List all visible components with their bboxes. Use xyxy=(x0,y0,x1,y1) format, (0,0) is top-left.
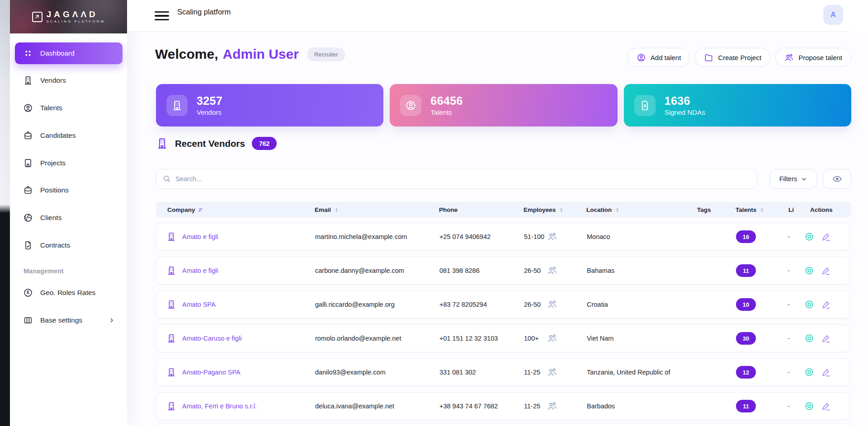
dashboard-grid-icon xyxy=(23,48,33,58)
column-header-company[interactable]: Company xyxy=(167,202,204,217)
edit-action-icon[interactable] xyxy=(821,367,831,377)
top-bar: Scaling platform A xyxy=(127,0,868,32)
column-header-phone: Phone xyxy=(439,202,458,217)
linkedin-cell: - xyxy=(788,301,790,308)
view-action-icon[interactable] xyxy=(804,300,814,309)
svg-text:€: € xyxy=(27,290,29,295)
table-row[interactable]: Amato-Caruso e figli romolo.orlando@exam… xyxy=(156,324,850,352)
employees-cell: 51-100 xyxy=(524,233,544,240)
email-cell: danilo93@example.com xyxy=(315,369,386,376)
table-row[interactable]: Amato, Ferri e Bruno s.r.l. deluca.ivana… xyxy=(156,392,850,420)
sidebar-item-contracts[interactable]: Contracts xyxy=(15,234,123,256)
button-label: Create Project xyxy=(718,54,761,61)
create-project-button[interactable]: Create Project xyxy=(695,48,770,67)
company-link[interactable]: Amato e figli xyxy=(182,233,218,240)
eye-icon xyxy=(832,174,842,184)
logo-subtitle: SCALING PLATFORM xyxy=(47,19,105,23)
sidebar-item-label: Dashboard xyxy=(40,49,75,57)
building-icon xyxy=(166,367,176,377)
briefcase-icon xyxy=(23,131,33,140)
stat-label: Talents xyxy=(430,108,463,116)
column-label: Actions xyxy=(810,206,833,213)
table-row[interactable]: Amato e figli martino.michela@example.co… xyxy=(156,223,850,251)
company-link[interactable]: Amato-Caruso e figli xyxy=(182,335,241,342)
column-header-location[interactable]: Location xyxy=(586,202,620,217)
search-bar xyxy=(156,169,757,189)
sidebar-item-talents[interactable]: Talents xyxy=(15,97,123,119)
sidebar-item-label: Projects xyxy=(40,159,66,167)
location-cell: Bahamas xyxy=(587,267,614,274)
building-icon xyxy=(166,300,176,309)
view-action-icon[interactable] xyxy=(804,367,814,377)
table-row[interactable]: Amato e figli carbone.danny@example.com … xyxy=(156,257,850,285)
edit-action-icon[interactable] xyxy=(821,401,831,411)
building-icon xyxy=(166,401,176,411)
sort-icon xyxy=(334,207,340,213)
column-label: Email xyxy=(315,206,331,213)
column-label: Talents xyxy=(736,206,756,213)
sidebar-item-label: Clients xyxy=(40,214,61,222)
column-visibility-button[interactable] xyxy=(823,169,851,189)
sidebar-item-label: Candidates xyxy=(40,131,75,140)
app-window: JAGΛΛD SCALING PLATFORM Dashboard Vendor… xyxy=(0,0,868,426)
view-action-icon[interactable] xyxy=(804,266,814,276)
phone-cell: +25 074 9406942 xyxy=(439,233,491,240)
linkedin-cell: - xyxy=(788,335,790,342)
column-header-li: Li xyxy=(788,202,794,217)
table-row[interactable]: Amato SPA galli.riccardo@example.org +83… xyxy=(156,290,850,318)
propose-talent-button[interactable]: Propose talent xyxy=(775,48,851,67)
sidebar-item-vendors[interactable]: Vendors xyxy=(15,70,123,91)
menu-toggle-icon[interactable] xyxy=(155,11,169,20)
welcome-greeting: Welcome, xyxy=(155,47,218,62)
table-row[interactable]: Amato-Pagano SPA danilo93@example.com 33… xyxy=(156,358,850,386)
document-icon xyxy=(634,95,656,116)
sidebar-item-dashboard[interactable]: Dashboard xyxy=(15,42,123,64)
stat-value: 66456 xyxy=(430,94,463,108)
sort-icon xyxy=(558,207,564,213)
sidebar-item-geo-roles-rates[interactable]: € Geo. Roles Rates xyxy=(15,282,123,304)
users-icon xyxy=(547,401,557,412)
phone-cell: +01 151 12 32 3103 xyxy=(439,335,498,342)
view-action-icon[interactable] xyxy=(804,401,814,411)
view-action-icon[interactable] xyxy=(804,333,814,343)
section-title: Recent Vendors xyxy=(175,138,245,149)
building-icon xyxy=(166,333,176,343)
talents-count-badge: 16 xyxy=(736,230,756,243)
sidebar-item-projects[interactable]: Projects xyxy=(15,152,123,174)
sort-icon xyxy=(759,207,765,213)
column-label: Employees xyxy=(524,206,556,213)
column-label: Company xyxy=(167,206,195,213)
sidebar-item-clients[interactable]: Clients xyxy=(15,207,123,229)
edit-action-icon[interactable] xyxy=(821,300,831,309)
edit-action-icon[interactable] xyxy=(821,266,831,276)
header-divider xyxy=(127,31,851,32)
company-link[interactable]: Amato, Ferri e Bruno s.r.l. xyxy=(182,403,257,410)
column-header-talents[interactable]: Talents xyxy=(736,202,765,217)
edit-action-icon[interactable] xyxy=(821,232,831,242)
add-talent-button[interactable]: Add talent xyxy=(627,48,690,67)
sidebar-item-base-settings[interactable]: Base settings xyxy=(15,309,123,331)
sidebar-item-positions[interactable]: Positions xyxy=(15,179,123,201)
company-link[interactable]: Amato e figli xyxy=(182,267,218,274)
sidebar-item-candidates[interactable]: Candidates xyxy=(15,125,123,146)
user-avatar[interactable]: A xyxy=(823,5,843,25)
email-cell: romolo.orlando@example.net xyxy=(315,335,401,342)
column-header-employees[interactable]: Employees xyxy=(524,202,564,217)
company-link[interactable]: Amato-Pagano SPA xyxy=(182,369,241,376)
location-cell: Tanzania, United Republic of xyxy=(587,369,670,376)
stat-label: Signed NDAs xyxy=(665,108,705,116)
talents-count-badge: 11 xyxy=(736,400,756,412)
view-action-icon[interactable] xyxy=(804,232,814,242)
filters-button[interactable]: Filters xyxy=(770,169,817,189)
location-cell: Barbados xyxy=(587,403,615,410)
table-header: Company Email Phone Employees Location T… xyxy=(156,202,851,217)
quick-actions: Add talent Create Project Propose talent xyxy=(627,48,851,67)
edit-action-icon[interactable] xyxy=(821,333,831,343)
search-input[interactable] xyxy=(156,169,757,189)
talents-count-badge: 30 xyxy=(736,332,756,345)
button-label: Add talent xyxy=(651,54,681,61)
column-header-email[interactable]: Email xyxy=(315,202,340,217)
column-header-actions: Actions xyxy=(810,202,833,217)
column-label: Phone xyxy=(439,206,458,213)
company-link[interactable]: Amato SPA xyxy=(182,301,216,308)
